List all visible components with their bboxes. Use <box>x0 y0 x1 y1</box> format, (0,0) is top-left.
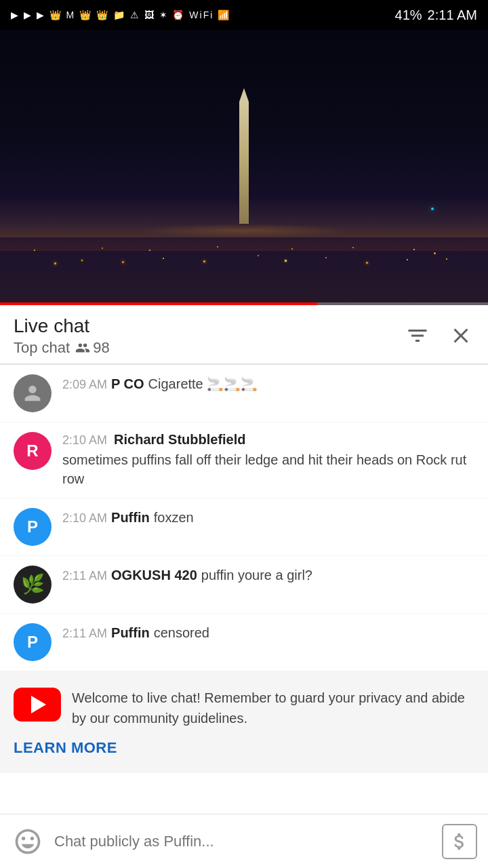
avatar <box>14 374 52 412</box>
time-text: 2:11 AM <box>428 7 477 23</box>
viewer-count-number: 98 <box>93 339 109 357</box>
avatar: P <box>14 508 52 546</box>
chat-subtitle: Top chat 98 <box>14 339 110 357</box>
message-text: foxzen <box>154 508 194 527</box>
message-text: censored <box>154 623 209 642</box>
learn-more-link[interactable]: LEARN MORE <box>14 739 474 757</box>
message-text: Cigarette 🚬🚬🚬 <box>148 374 258 393</box>
message-content: 2:09 AM P CO Cigarette 🚬🚬🚬 <box>62 374 474 393</box>
chat-header-actions <box>404 322 474 349</box>
status-bar-left: ▶ ▶ ▶ 👑 M 👑 👑 📁 ⚠ 🖼 ✶ ⏰ WiFi 📶 <box>11 9 230 20</box>
message-content: 2:10 AM Puffin foxzen <box>62 508 474 527</box>
status-bar-right: 41% 2:11 AM <box>395 7 477 23</box>
chat-input-field[interactable] <box>54 833 432 850</box>
message-inline: 2:11 AM OGKUSH 420 puffin youre a girl? <box>62 566 474 585</box>
message-author: Puffin <box>111 510 150 526</box>
avatar: 🌿 <box>14 566 52 604</box>
live-chat-title: Live chat <box>14 315 110 338</box>
message-time: 2:09 AM <box>62 378 107 392</box>
message-time: 2:11 AM <box>62 569 107 583</box>
message-author: Puffin <box>111 625 150 641</box>
avatar: P <box>14 623 52 661</box>
youtube-logo <box>14 688 61 722</box>
message-inline: 2:10 AM Puffin foxzen <box>62 508 474 527</box>
message-author: P CO <box>111 376 144 392</box>
notification-icons: ▶ ▶ ▶ 👑 M 👑 👑 📁 ⚠ 🖼 ✶ ⏰ WiFi 📶 <box>11 9 230 20</box>
battery-text: 41% <box>395 7 422 23</box>
chat-messages-list: 2:09 AM P CO Cigarette 🚬🚬🚬 R 2:10 AM Ric… <box>0 365 488 773</box>
chat-header: Live chat Top chat 98 <box>0 305 488 364</box>
message-inline: 2:11 AM Puffin censored <box>62 623 474 642</box>
message-author: OGKUSH 420 <box>111 568 197 583</box>
chat-message: 🌿 2:11 AM OGKUSH 420 puffin youre a girl… <box>0 556 488 614</box>
message-content: 2:11 AM OGKUSH 420 puffin youre a girl? <box>62 566 474 585</box>
chat-header-left: Live chat Top chat 98 <box>14 315 110 357</box>
message-time: 2:10 AM <box>62 433 107 448</box>
avatar: R <box>14 432 52 470</box>
video-progress-bar[interactable] <box>0 302 488 305</box>
filter-button[interactable] <box>404 322 431 349</box>
message-time: 2:10 AM <box>62 511 107 526</box>
emoji-button[interactable] <box>11 825 45 859</box>
welcome-top: Welcome to live chat! Remember to guard … <box>14 688 474 728</box>
message-author: Richard Stubblefield <box>114 432 245 448</box>
message-text: sometimes puffins fall off their ledge a… <box>62 450 474 488</box>
message-time: 2:11 AM <box>62 627 107 641</box>
message-content: 2:10 AM Richard Stubblefield sometimes p… <box>62 432 474 488</box>
close-button[interactable] <box>447 322 474 349</box>
viewer-count: 98 <box>75 339 109 357</box>
viewers-icon <box>75 340 90 355</box>
chat-message: P 2:10 AM Puffin foxzen <box>0 498 488 556</box>
top-chat-label[interactable]: Top chat <box>14 339 70 357</box>
message-inline: 2:09 AM P CO Cigarette 🚬🚬🚬 <box>62 374 474 393</box>
chat-input-bar <box>0 814 488 868</box>
monument-decoration <box>239 88 249 224</box>
welcome-text: Welcome to live chat! Remember to guard … <box>72 688 474 728</box>
status-bar: ▶ ▶ ▶ 👑 M 👑 👑 📁 ⚠ 🖼 ✶ ⏰ WiFi 📶 41% 2:11 … <box>0 0 488 30</box>
chat-message: 2:09 AM P CO Cigarette 🚬🚬🚬 <box>0 365 488 422</box>
message-content: 2:11 AM Puffin censored <box>62 623 474 642</box>
welcome-banner: Welcome to live chat! Remember to guard … <box>0 671 488 773</box>
chat-message: R 2:10 AM Richard Stubblefield sometimes… <box>0 422 488 498</box>
video-player[interactable] <box>0 30 488 305</box>
message-text: puffin youre a girl? <box>201 566 312 585</box>
video-progress-fill <box>0 302 317 305</box>
message-meta: 2:10 AM Richard Stubblefield <box>62 432 474 448</box>
play-icon <box>31 696 46 713</box>
superchat-button[interactable] <box>442 824 477 859</box>
chat-message: P 2:11 AM Puffin censored <box>0 614 488 671</box>
